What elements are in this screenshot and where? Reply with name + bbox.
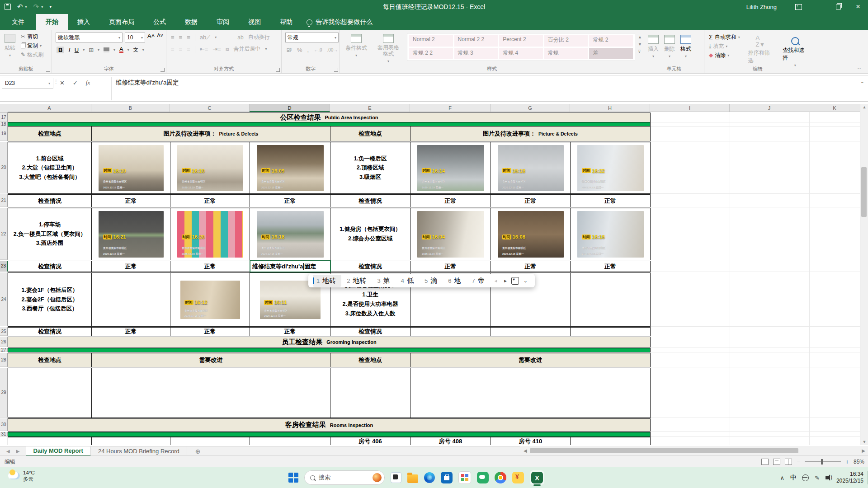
column-header-I[interactable]: I — [650, 104, 730, 112]
bold-button[interactable]: B — [57, 47, 64, 53]
borders-button[interactable]: ⊞ — [89, 47, 94, 53]
name-box[interactable]: D23▾ — [2, 78, 53, 89]
ime-expand-chevron[interactable]: ⌄ — [521, 278, 530, 284]
styles-more-button[interactable]: ⊽ — [638, 49, 642, 54]
cell-F19[interactable]: 图片及待改进事项：Picture & Defects — [410, 126, 651, 141]
cell-F29[interactable] — [410, 368, 651, 418]
section-row-26[interactable]: 员工检查结果Grooming Inspection — [8, 337, 651, 347]
photo-D22[interactable]: 时间16:18贵州省贵阳市南明区2025.12.15 星期一 — [257, 211, 324, 258]
format-as-table-button[interactable]: 套用表格格式▾ — [373, 32, 404, 66]
select-all-corner[interactable] — [0, 104, 8, 113]
cell-style-百分比 2[interactable]: 百分比 2 — [544, 35, 588, 47]
ime-candidate-5[interactable]: 5滴 — [421, 275, 443, 287]
number-format-combo[interactable]: 常规▾ — [285, 33, 339, 42]
cell-E28[interactable]: 检查地点 — [330, 353, 410, 367]
start-button[interactable] — [288, 473, 298, 483]
confirm-entry-button[interactable]: ✓ — [73, 80, 78, 86]
cell-F25[interactable] — [410, 327, 491, 336]
cell-A19[interactable]: 检查地点 — [8, 126, 92, 141]
clear-button[interactable]: ◆清除▾ — [708, 51, 741, 60]
increase-decimal-icon[interactable]: ←.0 — [314, 47, 322, 52]
ime-prev-page[interactable]: ◂ — [492, 278, 500, 284]
vertical-scrollbar[interactable]: ▲ ▼ — [860, 104, 868, 445]
row-header-29[interactable]: 29 — [0, 368, 8, 418]
cell-B21[interactable]: 正常 — [91, 194, 170, 207]
merge-center-label[interactable]: 合并后居中 — [233, 45, 260, 53]
formula-input[interactable]: 维修结束等di'zhu'a固定 — [116, 79, 179, 87]
cell-style-常规[interactable]: 常规 — [544, 48, 588, 60]
column-header-J[interactable]: J — [730, 104, 809, 112]
active-cell-editor-D23[interactable]: 维修结束等di'zhu'a固定 — [250, 260, 331, 272]
styles-scroll-up[interactable]: ▲ — [638, 35, 642, 39]
column-header-C[interactable]: C — [170, 104, 250, 112]
row-header-25[interactable]: 25 — [0, 327, 8, 336]
column-header-G[interactable]: G — [491, 104, 570, 112]
ime-candidate-1[interactable]: 1地砖 — [313, 275, 341, 287]
cell-style-Normal 2 2[interactable]: Normal 2 2 — [454, 35, 498, 47]
align-top-icon[interactable]: ≡ — [171, 34, 175, 41]
cell-B29[interactable] — [91, 368, 330, 418]
shrink-font-button[interactable]: A˅ — [157, 33, 163, 42]
ime-clipboard-icon[interactable] — [511, 277, 519, 285]
ime-candidate-3[interactable]: 3第 — [373, 275, 395, 287]
row-header-21[interactable]: 21 — [0, 194, 8, 207]
cell-G25[interactable] — [491, 327, 571, 336]
tray-overflow-chevron[interactable]: ∧ — [780, 474, 785, 481]
cell-A23[interactable]: 检查情况 — [8, 261, 92, 272]
zoom-level[interactable]: 85% — [854, 459, 864, 465]
zoom-out-button[interactable]: − — [797, 458, 800, 465]
hscroll-right-arrow[interactable]: ▶ — [862, 448, 865, 453]
cell-H22[interactable]: 时间16:16贵州省贵阳市南明区2025.12.15 星期一 — [570, 208, 651, 260]
cell-C23[interactable]: 正常 — [170, 261, 250, 272]
tab-插入[interactable]: 插入 — [68, 14, 99, 30]
column-header-H[interactable]: H — [570, 104, 650, 112]
cell-G22[interactable]: 时间16:08贵州省贵阳市南明区2025.12.15 星期一 — [491, 208, 571, 260]
row-header-24[interactable]: 24 — [0, 272, 8, 326]
align-right-icon[interactable]: ≡ — [187, 46, 190, 52]
fill-button[interactable]: ⤓填充▾ — [708, 42, 741, 51]
cell-G32[interactable]: 房号 410 — [491, 437, 571, 445]
cell-F20[interactable]: 时间16:14贵州省贵阳市南明区2025.12.15 星期一 — [410, 142, 491, 194]
increase-indent-icon[interactable]: ⇥≡ — [212, 46, 221, 52]
ribbon-display-options-button[interactable] — [788, 0, 808, 14]
grow-font-button[interactable]: A˄ — [147, 33, 155, 42]
row-header-30[interactable]: 30 — [0, 418, 8, 431]
phonetic-guide-button[interactable]: 文 — [133, 47, 138, 53]
column-header-E[interactable]: E — [330, 104, 410, 112]
account-name[interactable]: Lilith Zhong — [746, 4, 777, 10]
alignment-dialog-launcher[interactable] — [276, 68, 280, 72]
green-divider-row-27[interactable] — [8, 348, 651, 352]
tab-数据[interactable]: 数据 — [175, 14, 207, 30]
cell-style-差[interactable]: 差 — [589, 48, 633, 60]
insert-cells-button[interactable]: 插入▾ — [645, 33, 661, 60]
cell-F28[interactable]: 需要改进 — [410, 353, 651, 367]
comma-style-icon[interactable]: , — [307, 47, 309, 53]
tab-审阅[interactable]: 审阅 — [207, 14, 239, 30]
file-explorer-button[interactable] — [407, 474, 418, 483]
row-header-28[interactable]: 28 — [0, 353, 8, 367]
column-header-D[interactable]: D — [250, 104, 330, 112]
font-size-combo[interactable]: 10▾ — [125, 33, 145, 42]
edge-browser-button[interactable] — [424, 472, 435, 483]
cell-E21[interactable]: 检查情况 — [330, 194, 410, 207]
align-center-icon[interactable]: ≡ — [179, 46, 183, 52]
cell-D25[interactable]: 正常 — [250, 327, 330, 336]
sheet-tab-daily-mod-report[interactable]: Daily MOD Report — [26, 446, 91, 456]
worksheet-grid[interactable]: ABCDEFGHIJK 1718192021222324252627282930… — [0, 104, 860, 445]
cell-H23[interactable]: 正常 — [570, 261, 651, 272]
font-family-combo[interactable]: 微软雅黑▾ — [56, 33, 123, 42]
ime-candidate-7[interactable]: 7帝 — [468, 275, 490, 287]
zoom-slider[interactable] — [805, 461, 841, 462]
tab-file[interactable]: 文件 — [0, 14, 36, 30]
italic-button[interactable]: I — [68, 46, 70, 53]
cut-button[interactable]: ✂剪切 — [20, 32, 44, 41]
conditional-formatting-button[interactable]: 条件格式▾ — [343, 32, 370, 59]
photo-C22[interactable]: 时间16:20贵州省贵阳市南明区2025.12.15 星期一 — [177, 211, 243, 258]
column-header-B[interactable]: B — [91, 104, 170, 112]
cell-A21[interactable]: 检查情况 — [8, 194, 92, 207]
scroll-up-arrow[interactable]: ▲ — [860, 105, 868, 109]
cell-B22[interactable]: 时间16:21贵州省贵阳市南明区2025.12.15 星期一 — [91, 208, 170, 260]
taskbar-search-box[interactable]: 搜索 — [304, 470, 385, 485]
cell-H32[interactable] — [570, 437, 651, 445]
photo-C24[interactable]: 时间16:12贵州省贵阳市南明区2025.12.15 星期一 — [180, 281, 240, 319]
